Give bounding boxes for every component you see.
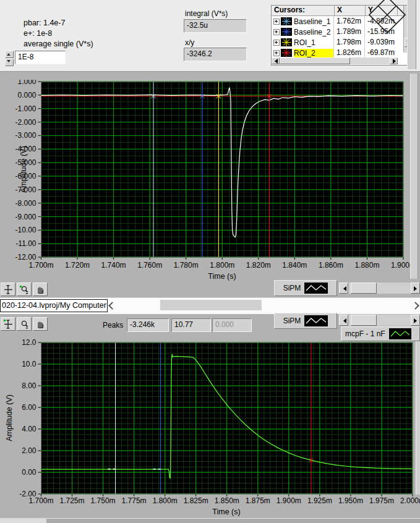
zoom-tool-button[interactable] — [17, 283, 32, 296]
average-single-input[interactable]: 1E-8 — [15, 51, 66, 64]
waveform-icon — [304, 315, 328, 326]
graph2-plot-legend-1[interactable]: SiPM — [274, 313, 337, 329]
svg-text:1.880m: 1.880m — [354, 261, 379, 270]
scroll-thumb[interactable] — [351, 283, 377, 294]
svg-text:2.00: 2.00 — [22, 446, 36, 455]
magnifier-icon — [20, 285, 29, 294]
scroll-left-button[interactable] — [339, 283, 348, 294]
scroll-right-button[interactable] — [411, 283, 420, 294]
cursor-name[interactable]: ROI_1 — [294, 38, 333, 47]
graph1-palette — [1, 283, 48, 296]
integral-label: integral (V*s) — [185, 9, 228, 18]
average-single-label: average single (V*s) — [24, 40, 93, 48]
header-cursors: Cursors: — [272, 6, 335, 15]
cursor-tool-button[interactable] — [1, 317, 15, 331]
xy-label: x/y — [185, 38, 194, 47]
pan-tool-button[interactable] — [33, 283, 48, 296]
graph2-plot[interactable]: 1.700m1.725m1.750m1.775m1.800m1.825m1.85… — [0, 338, 420, 523]
window-divider: 020-12-04.lvproj/My Computer — [0, 297, 420, 315]
scroll-right-button[interactable] — [390, 57, 398, 64]
peak-value-2: 10.77 — [171, 318, 211, 332]
cursor-style-icon — [281, 28, 292, 36]
graph2-section: Peaks -3.246k 10.77 0.000 1.700m1.725m1.… — [0, 314, 420, 523]
panel-right-edge — [407, 0, 416, 69]
magnifier-icon — [20, 320, 29, 329]
pan-tool-button[interactable] — [33, 317, 48, 331]
spin-up-button[interactable] — [5, 51, 14, 58]
svg-text:2.000m: 2.000m — [400, 496, 420, 505]
svg-text:1.875m: 1.875m — [246, 496, 270, 505]
svg-text:1.780m: 1.780m — [174, 261, 199, 270]
cursor-name[interactable]: Baseline_2 — [294, 28, 333, 36]
cursor-row[interactable]: ROI_21.826m-69.87m — [272, 48, 414, 58]
svg-text:1.700m: 1.700m — [28, 261, 53, 270]
average-single-spinner[interactable] — [5, 51, 14, 66]
expand-icon[interactable] — [272, 27, 281, 37]
scroll-left-button[interactable] — [339, 315, 348, 326]
divider-scroll-thumb[interactable] — [160, 300, 262, 310]
svg-text:Amplitude (V): Amplitude (V) — [19, 146, 28, 193]
bottom-edge-left — [0, 518, 46, 523]
svg-text:8.00: 8.00 — [22, 381, 36, 390]
cursor-y-value: -9.039m — [364, 37, 396, 48]
svg-text:6.00: 6.00 — [22, 403, 36, 412]
graph2-plot-legend-2[interactable]: mcpF - 1 nF — [341, 326, 420, 341]
project-window-tab[interactable]: 020-12-04.lvproj/My Computer — [0, 299, 108, 312]
svg-text:1.800m: 1.800m — [153, 496, 178, 505]
expand-icon[interactable] — [272, 48, 281, 58]
svg-text:-8.000: -8.000 — [15, 199, 36, 208]
right-arrow-icon — [414, 286, 419, 291]
svg-text:1.975m: 1.975m — [369, 496, 394, 505]
svg-text:1.750m: 1.750m — [91, 496, 116, 505]
cursor-style-icon — [281, 49, 292, 57]
chevron-left-icon[interactable] — [108, 302, 116, 310]
chevron-right-icon[interactable] — [411, 302, 419, 310]
hand-icon — [36, 285, 45, 294]
crosshair-icon — [4, 285, 13, 294]
svg-text:-2.000: -2.000 — [15, 118, 36, 127]
svg-text:1.840m: 1.840m — [282, 261, 307, 270]
diamond-decoration-icon — [369, 0, 406, 33]
zoom-tool-button[interactable] — [17, 317, 32, 331]
peak-value-1: -3.246k — [127, 318, 169, 332]
cursor-name[interactable]: Baseline_1 — [294, 17, 333, 26]
svg-text:1.820m: 1.820m — [246, 261, 271, 270]
svg-text:-12.00: -12.00 — [15, 253, 36, 262]
cursor-name[interactable]: ROI_2 — [294, 49, 333, 57]
graph2-horizontal-scrollbar[interactable] — [339, 315, 420, 326]
svg-text:1.925m: 1.925m — [307, 496, 332, 505]
svg-text:Time (s): Time (s) — [212, 508, 240, 516]
left-arrow-icon — [272, 59, 278, 64]
spin-down-button[interactable] — [5, 59, 14, 66]
scroll-thumb[interactable] — [280, 57, 350, 64]
graph2-legend1-label: SiPM — [283, 317, 301, 325]
peak-value-3: 0.000 — [212, 318, 252, 332]
bottom-window-edge — [46, 518, 420, 523]
cursor-x-value: 1.789m — [333, 27, 364, 37]
graph2-legend2-label: mcpF - 1 nF — [345, 330, 385, 338]
graph1-plot-legend[interactable]: SiPM — [274, 280, 337, 296]
up-arrow-icon — [7, 51, 11, 56]
cursor-tool-button[interactable] — [1, 283, 15, 296]
graph1-right-edge — [410, 74, 418, 279]
cursors-horizontal-scrollbar[interactable] — [272, 57, 398, 64]
scroll-thumb[interactable] — [351, 315, 377, 326]
graph1-horizontal-scrollbar[interactable] — [339, 283, 420, 294]
peaks-label: Peaks — [103, 321, 123, 330]
expand-icon[interactable] — [272, 16, 281, 27]
cursor-x-value: 1.798m — [333, 37, 364, 48]
svg-text:1.775m: 1.775m — [122, 496, 147, 505]
pbar-label: pbar: 1.4e-7 — [24, 19, 65, 27]
cursor-row[interactable]: ROI_11.798m-9.039m — [272, 37, 414, 48]
scroll-left-button[interactable] — [272, 57, 280, 64]
svg-text:Amplitude (V): Amplitude (V) — [5, 394, 14, 441]
svg-text:1.860m: 1.860m — [319, 261, 343, 270]
scroll-right-button[interactable] — [411, 315, 420, 326]
cursor-style-icon — [281, 38, 292, 46]
expand-icon[interactable] — [272, 37, 281, 48]
svg-text:-11.00: -11.00 — [15, 239, 36, 248]
svg-text:-1.000: -1.000 — [15, 104, 36, 113]
cursor-x-value: 1.826m — [333, 48, 364, 58]
svg-text:1.725m: 1.725m — [59, 496, 84, 505]
graph1-plot[interactable]: 1.700m1.720m1.740m1.760m1.780m1.800m1.82… — [0, 80, 420, 285]
